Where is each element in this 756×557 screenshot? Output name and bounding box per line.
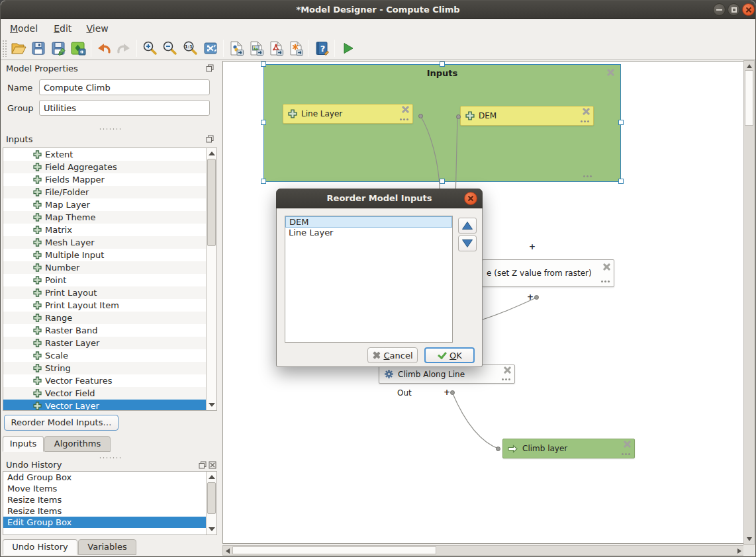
list-item[interactable]: Vector Field (3, 387, 206, 400)
undo-button[interactable] (94, 38, 114, 58)
help-button[interactable]: ? (312, 38, 332, 58)
connector-dot[interactable] (418, 114, 423, 118)
list-item[interactable]: Print Layout (3, 286, 206, 299)
list-item[interactable]: Raster Layer (3, 337, 206, 349)
node-line-layer[interactable]: Line Layer (283, 104, 413, 124)
list-item[interactable]: Field Aggregates (3, 161, 206, 173)
move-down-button[interactable] (458, 236, 477, 251)
redo-button[interactable] (114, 38, 134, 58)
export-as-pdf-button[interactable] (266, 38, 286, 58)
scrollbar-thumb[interactable] (207, 159, 216, 246)
expand-plus[interactable]: + (444, 388, 450, 397)
scroll-up-icon[interactable] (747, 64, 752, 68)
scroll-up-icon[interactable] (209, 151, 215, 155)
zoom-in-button[interactable] (140, 38, 160, 58)
run-model-button[interactable] (338, 38, 357, 58)
maximize-button[interactable] (728, 3, 740, 16)
node-climb-layer[interactable]: Climb layer (502, 439, 635, 458)
list-item[interactable]: File/Folder (3, 186, 206, 198)
titlebar[interactable]: *Model Designer - Compute Climb (1, 1, 755, 19)
expand-plus[interactable]: + (527, 292, 534, 302)
cancel-button[interactable]: Cancel (367, 347, 418, 363)
list-item[interactable]: Multiple Input (3, 249, 206, 261)
close-panel-icon[interactable] (209, 461, 216, 469)
canvas-vertical-scrollbar[interactable] (743, 60, 755, 545)
tab-algorithms[interactable]: Algorithms (44, 436, 111, 452)
group-input[interactable] (39, 100, 210, 116)
list-item[interactable]: Matrix (3, 224, 206, 236)
connector-dot[interactable] (496, 447, 500, 451)
undo-item[interactable]: Add Group Box (3, 472, 206, 483)
save-model-as-button[interactable] (48, 38, 68, 58)
open-model-button[interactable] (9, 38, 28, 58)
expand-plus[interactable]: + (529, 242, 536, 251)
delete-node-icon[interactable] (583, 108, 590, 115)
float-panel-icon[interactable] (206, 64, 214, 72)
scrollbar-thumb[interactable] (232, 546, 436, 554)
undo-item[interactable]: Move Items (3, 483, 206, 494)
dialog-list-item[interactable]: Line Layer (285, 228, 452, 239)
scroll-up-icon[interactable] (209, 475, 215, 479)
delete-node-icon[interactable] (624, 441, 631, 448)
float-panel-icon[interactable] (199, 461, 207, 469)
list-item[interactable]: Number (3, 261, 206, 274)
node-drape[interactable]: e (set Z value from raster) (482, 259, 614, 287)
panel-splitter[interactable] (99, 456, 121, 459)
undo-item[interactable]: Resize Items (3, 505, 206, 517)
scroll-left-icon[interactable] (226, 548, 230, 554)
list-item[interactable]: String (3, 362, 206, 374)
menu-view[interactable]: View (82, 22, 112, 35)
scroll-right-icon[interactable] (737, 548, 741, 554)
zoom-actual-button[interactable]: 1:1 (179, 38, 201, 58)
export-as-image-button[interactable] (246, 38, 266, 58)
scroll-down-icon[interactable] (747, 537, 752, 541)
more-options-icon[interactable] (601, 280, 610, 282)
dialog-list-item-selected[interactable]: DEM (285, 216, 452, 228)
model-canvas[interactable]: Inputs Line Layer (222, 61, 744, 544)
connector-dot[interactable] (534, 295, 539, 300)
move-up-button[interactable] (458, 218, 477, 234)
list-item[interactable]: Raster Band (3, 324, 206, 337)
ok-button[interactable]: OK (424, 347, 475, 363)
menu-edit[interactable]: Edit (50, 22, 75, 35)
save-model-button[interactable] (28, 38, 48, 58)
more-options-icon[interactable] (502, 378, 511, 380)
list-item[interactable]: Map Theme (3, 211, 206, 224)
delete-node-icon[interactable] (402, 106, 409, 113)
menu-model[interactable]: Model (6, 22, 42, 35)
undo-item[interactable]: Resize Items (3, 494, 206, 505)
list-item[interactable]: Range (3, 312, 206, 324)
more-options-icon[interactable] (581, 120, 590, 122)
node-dem[interactable]: DEM (460, 106, 594, 126)
list-item[interactable]: Map Layer (3, 198, 206, 211)
export-as-python-button[interactable] (226, 38, 246, 58)
more-options-icon[interactable] (400, 118, 409, 120)
more-options-icon[interactable] (622, 453, 631, 455)
reorder-model-inputs-button[interactable]: Reorder Model Inputs… (4, 415, 118, 431)
list-item[interactable]: Print Layout Item (3, 299, 206, 312)
float-panel-icon[interactable] (206, 135, 214, 143)
export-model-image-button[interactable] (68, 38, 88, 58)
dialog-close-button[interactable] (464, 192, 477, 205)
dialog-titlebar[interactable]: Reorder Model Inputs (276, 189, 483, 208)
tab-undo-history[interactable]: Undo History (3, 539, 77, 555)
scroll-down-icon[interactable] (209, 403, 215, 407)
list-item[interactable]: Point (3, 274, 206, 286)
scroll-down-icon[interactable] (209, 527, 215, 531)
scrollbar-thumb[interactable] (207, 482, 216, 514)
close-button[interactable] (742, 3, 755, 16)
list-item[interactable]: Mesh Layer (3, 236, 206, 249)
canvas-horizontal-scrollbar[interactable] (222, 545, 745, 556)
toolbar-grip[interactable] (2, 40, 7, 57)
connector-dot[interactable] (450, 390, 455, 395)
undo-item-selected[interactable]: Edit Group Box (3, 517, 206, 528)
panel-splitter[interactable] (99, 128, 121, 130)
zoom-out-button[interactable] (160, 38, 179, 58)
minimize-button[interactable] (713, 3, 726, 16)
list-item[interactable]: Vector Features (3, 374, 206, 387)
zoom-full-button[interactable] (201, 38, 220, 58)
inputs-list-scrollbar[interactable] (206, 148, 216, 410)
undo-list-scrollbar[interactable] (206, 472, 216, 535)
list-item[interactable]: Extent (3, 148, 206, 161)
name-input[interactable] (39, 79, 210, 95)
